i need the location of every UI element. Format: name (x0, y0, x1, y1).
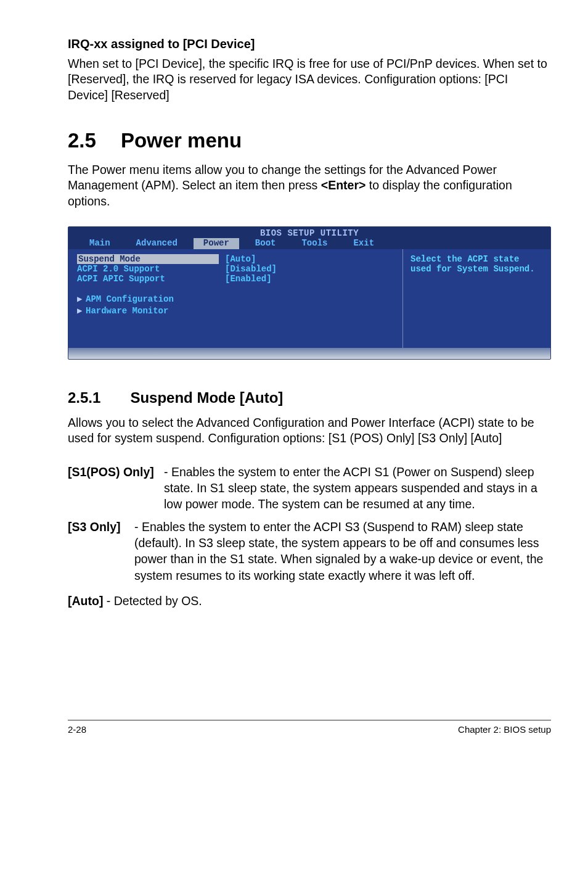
subsection-label: Suspend Mode [Auto] (130, 389, 283, 406)
section-intro: The Power menu items allow you to change… (68, 162, 551, 209)
definition-term: [S3 Only] (68, 519, 134, 584)
subsection-number: 2.5.1 (68, 389, 100, 406)
triangle-right-icon: ▶ (77, 294, 86, 304)
intro-enter-key: <Enter> (321, 178, 366, 192)
bios-setup-window: BIOS SETUP UTILITY Main Advanced Power B… (68, 226, 551, 360)
bios-tab-advanced[interactable]: Advanced (126, 238, 187, 249)
definition-text: - Enables the system to enter the ACPI S… (134, 519, 551, 584)
subsection-title: 2.5.1 Suspend Mode [Auto] (68, 389, 551, 406)
bios-submenu-label: APM Configuration (86, 294, 174, 304)
definition-s3only: [S3 Only] - Enables the system to enter … (68, 519, 551, 584)
definition-text: - Detected by OS. (103, 594, 202, 608)
subsection-paragraph: Allows you to select the Advanced Config… (68, 415, 551, 447)
bios-submenu-hwmonitor[interactable]: ▶Hardware Monitor (77, 305, 394, 316)
bios-help-panel: Select the ACPI state used for System Su… (402, 249, 550, 348)
bios-tab-power[interactable]: Power (194, 238, 239, 249)
definition-s1pos: [S1(POS) Only] - Enables the system to e… (68, 464, 551, 513)
bios-tab-boot[interactable]: Boot (245, 238, 286, 249)
bios-tab-tools[interactable]: Tools (292, 238, 337, 249)
bios-row-suspend-mode[interactable]: Suspend Mode [Auto] (77, 254, 394, 264)
bios-tab-main[interactable]: Main (80, 238, 120, 249)
bios-label: ACPI 2.0 Support (77, 264, 219, 274)
bios-value: [Disabled] (225, 264, 277, 274)
definition-term: [Auto] (68, 594, 103, 608)
bios-value: [Enabled] (225, 274, 272, 284)
bios-submenu-apm[interactable]: ▶APM Configuration (77, 294, 394, 304)
bios-row-acpi20[interactable]: ACPI 2.0 Support [Disabled] (77, 264, 394, 274)
bios-submenu-label: Hardware Monitor (86, 306, 168, 316)
footer-page-number: 2-28 (68, 724, 86, 735)
definition-auto: [Auto] - Detected by OS. (68, 593, 551, 609)
footer-chapter: Chapter 2: BIOS setup (458, 724, 551, 735)
definition-text: - Enables the system to enter the ACPI S… (164, 464, 551, 513)
triangle-right-icon: ▶ (77, 305, 86, 316)
bios-value: [Auto] (225, 254, 256, 264)
section-title: 2.5 Power menu (68, 129, 551, 152)
section-number: 2.5 (68, 129, 96, 152)
bios-label: ACPI APIC Support (77, 274, 219, 284)
bios-label: Suspend Mode (77, 254, 219, 264)
bios-tab-exit[interactable]: Exit (343, 238, 384, 249)
bios-row-acpi-apic[interactable]: ACPI APIC Support [Enabled] (77, 274, 394, 284)
bios-tab-bar: Main Advanced Power Boot Tools Exit (68, 238, 550, 249)
definition-term: [S1(POS) Only] (68, 464, 166, 513)
irq-heading: IRQ-xx assigned to [PCI Device] (68, 37, 551, 51)
bios-main-panel: Suspend Mode [Auto] ACPI 2.0 Support [Di… (68, 249, 402, 348)
irq-paragraph: When set to [PCI Device], the specific I… (68, 56, 551, 103)
bios-shadow (68, 348, 550, 359)
page-footer: 2-28 Chapter 2: BIOS setup (68, 720, 551, 735)
bios-title: BIOS SETUP UTILITY (68, 227, 550, 238)
section-label: Power menu (121, 129, 242, 152)
